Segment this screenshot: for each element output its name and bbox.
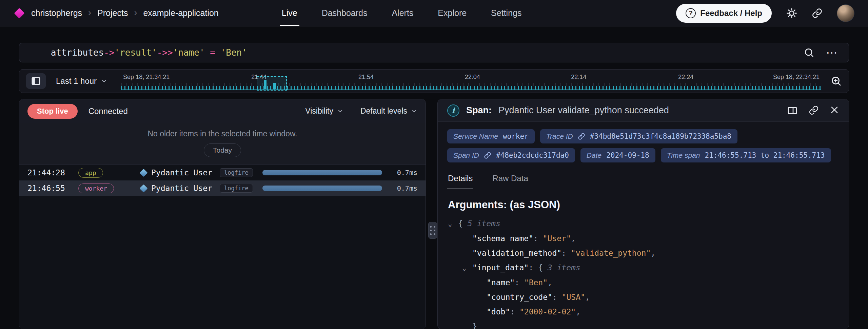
default-levels-dropdown-label: Default levels [360, 107, 407, 116]
live-view-controls: Visibility Default levels [305, 107, 417, 116]
connection-status: Connected [88, 107, 128, 116]
scope-tag[interactable]: logfire [220, 168, 253, 177]
copy-link-icon[interactable] [809, 105, 819, 116]
badge-value: 2024-09-18 [606, 151, 649, 159]
json-line: } [448, 319, 839, 329]
pydantic-logfire-logo-icon[interactable] [14, 8, 24, 18]
service-tag[interactable]: app [78, 168, 103, 178]
empty-window-message: No older items in the selected time wind… [147, 129, 297, 138]
collapse-caret-icon[interactable]: ⌄ [448, 217, 458, 231]
sidebar-toggle-icon[interactable] [26, 73, 46, 89]
chevron-down-icon [101, 78, 107, 84]
link-icon[interactable] [578, 133, 585, 140]
date-badge[interactable]: Date 2024-09-18 [580, 148, 655, 162]
breadcrumb-org[interactable]: christophergs [31, 8, 82, 18]
navbar-right: ? Feedback / Help [676, 4, 854, 23]
nav-tab-live[interactable]: Live [270, 0, 310, 26]
scope-tag[interactable]: logfire [220, 184, 253, 193]
time-range-selector[interactable]: Last 1 hour [56, 76, 107, 86]
timeline-selection-window[interactable] [257, 76, 287, 91]
query-expression: attributes->'result'->>'name' = 'Ben' [29, 37, 247, 68]
tab-raw-data[interactable]: Raw Data [492, 169, 529, 189]
timeline-tick-label: 21:54 [358, 74, 374, 81]
nav-tab-alerts[interactable]: Alerts [379, 0, 426, 26]
content-panels: Stop live Connected Visibility Default l… [19, 99, 849, 329]
timeline-track[interactable]: Sep 18, 21:34:21 21:44 21:54 22:04 22:14… [121, 70, 821, 93]
share-link-icon[interactable] [812, 8, 823, 19]
visibility-dropdown[interactable]: Visibility [305, 107, 343, 116]
panel-resize-handle[interactable] [428, 222, 437, 239]
json-colon: : [552, 293, 557, 302]
trace-id-badge[interactable]: Trace ID #34bd8e51d73c3f4c8a189b72338a5b… [540, 129, 737, 143]
panel-layout-icon[interactable] [787, 105, 798, 116]
badge-value: #34bd8e51d73c3f4c8a189b72338a5ba8 [590, 132, 731, 140]
trace-row-selected[interactable]: 21:46:55 worker Pydantic User logfire 0.… [19, 180, 426, 196]
info-level-icon: i [447, 104, 459, 117]
json-comma: , [548, 278, 552, 287]
pydantic-diamond-icon [139, 184, 147, 192]
timeline-tick-label: 22:14 [571, 74, 586, 81]
top-navbar: christophergs › Projects › example-appli… [0, 0, 868, 26]
time-span-badge[interactable]: Time span 21:46:55.713 to 21:46:55.713 [661, 148, 831, 162]
more-options-icon[interactable]: ⋯ [826, 49, 839, 56]
breadcrumb: christophergs › Projects › example-appli… [31, 7, 219, 19]
trace-row-time: 21:46:55 [27, 184, 78, 193]
badge-value: worker [503, 132, 529, 140]
json-key: "input_data" [472, 263, 529, 272]
close-icon[interactable] [830, 105, 839, 116]
query-token-attribute: attributes [51, 47, 104, 58]
default-levels-dropdown[interactable]: Default levels [360, 107, 417, 116]
feedback-help-label: Feedback / Help [700, 8, 762, 18]
nav-tab-explore[interactable]: Explore [426, 0, 479, 26]
service-name-badge[interactable]: Service Name worker [447, 129, 535, 143]
tab-details[interactable]: Details [447, 169, 473, 189]
trace-row[interactable]: 21:44:28 app Pydantic User logfire 0.7ms [19, 165, 426, 180]
badge-label: Trace ID [546, 132, 573, 140]
json-value: "USA" [562, 293, 585, 302]
json-line: "country_code": "USA", [448, 290, 839, 305]
json-value: "User" [543, 234, 571, 243]
timeline-minor-ticks [121, 83, 821, 86]
badge-value: 21:46:55.713 to 21:46:55.713 [705, 151, 825, 159]
trace-row-time: 21:44:28 [27, 168, 78, 177]
chevron-down-icon [411, 108, 417, 114]
span-detail-panel: i Span: Pydantic User validate_python su… [437, 99, 849, 329]
query-token-operator: = [205, 47, 221, 58]
trace-row-duration: 0.7ms [392, 169, 417, 177]
query-token-operator: ->> [157, 47, 173, 58]
empty-window-notice: No older items in the selected time wind… [19, 123, 426, 165]
json-colon: : [510, 307, 515, 316]
feedback-help-button[interactable]: ? Feedback / Help [676, 4, 772, 23]
json-line: "dob": "2000-02-02", [448, 305, 839, 319]
span-id-badge[interactable]: Span ID #48eb2cdcdc317da0 [447, 148, 575, 162]
nav-tab-settings[interactable]: Settings [479, 0, 534, 26]
span-duration-bar[interactable] [262, 186, 382, 191]
today-button[interactable]: Today [204, 143, 241, 157]
timeline-tick-label: Sep 18, 22:34:21 [773, 74, 820, 81]
badge-label: Span ID [453, 151, 479, 159]
search-icon[interactable] [804, 47, 814, 58]
json-line: ⌄"input_data": {3 items [448, 260, 839, 275]
link-icon[interactable] [484, 152, 491, 159]
timeline-histogram [121, 86, 821, 90]
stop-live-button[interactable]: Stop live [27, 104, 78, 119]
zoom-in-icon[interactable] [830, 75, 842, 87]
service-tag[interactable]: worker [78, 183, 114, 193]
span-detail-content: Arguments: (as JSON) ⌄{5 items "schema_n… [438, 189, 849, 329]
json-line: "schema_name": "User", [448, 231, 839, 246]
breadcrumb-project-name[interactable]: example-application [143, 8, 218, 18]
badge-label: Service Name [453, 132, 498, 140]
time-range-label: Last 1 hour [56, 76, 97, 86]
user-avatar[interactable] [837, 4, 854, 22]
span-duration-bar[interactable] [262, 170, 382, 175]
badge-label: Time span [667, 151, 700, 159]
json-comma: , [585, 293, 590, 302]
json-value: "validate_python" [571, 249, 651, 257]
collapse-caret-icon[interactable]: ⌄ [462, 261, 472, 275]
theme-toggle-icon[interactable] [786, 7, 797, 19]
nav-tab-dashboards[interactable]: Dashboards [310, 0, 380, 26]
badge-value: #48eb2cdcdc317da0 [496, 151, 569, 159]
query-input[interactable]: attributes->'result'->>'name' = 'Ben' ⋯ [19, 43, 849, 62]
breadcrumb-projects[interactable]: Projects [97, 8, 128, 18]
query-token-string: 'Ben' [221, 47, 247, 58]
